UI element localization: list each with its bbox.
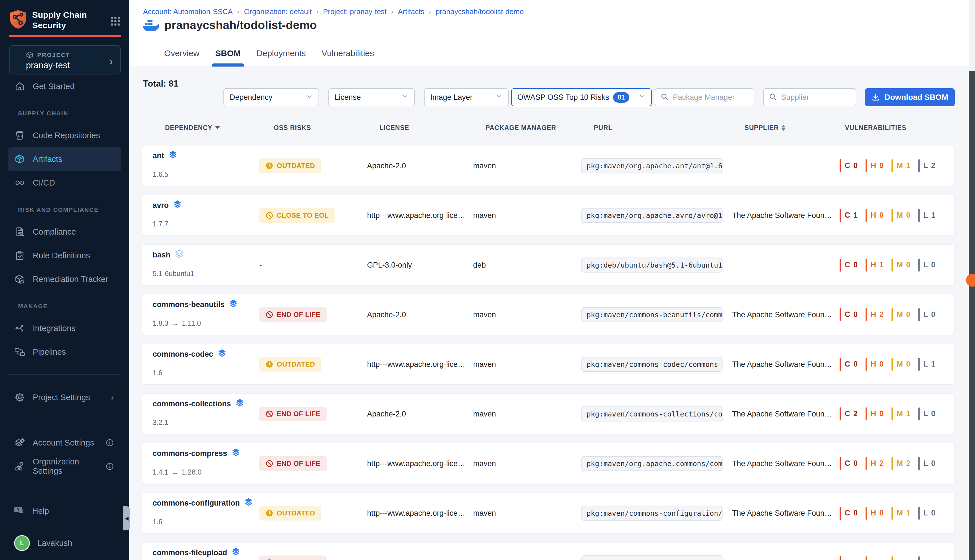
vuln-severity-bar: [892, 358, 893, 371]
vuln-count: H 0: [871, 558, 884, 560]
project-box-icon: [26, 51, 33, 58]
filter-dropdown-image-layer[interactable]: Image Layer: [424, 88, 509, 106]
dependency-row-commons-compress[interactable]: commons-compress1.4.1→1.28.0END OF LIFEh…: [142, 443, 955, 484]
slash-circle-icon: [265, 559, 273, 560]
vuln-severity-bar: [866, 159, 867, 172]
purl-value[interactable]: pkg:maven/commons-beanutils/comm…: [581, 307, 723, 322]
download-sbom-button[interactable]: Download SBOM: [865, 88, 955, 106]
filter-dropdown-license[interactable]: License: [328, 88, 415, 106]
sidebar-item-rule-definitions[interactable]: Rule Definitions: [8, 243, 121, 267]
filter-count-badge: 01: [613, 92, 629, 103]
sidebar-item-code-repositories[interactable]: </>Code Repositories: [8, 123, 121, 147]
sidebar: Supply Chain Security PROJECT pranay-tes…: [0, 0, 129, 560]
chevron-down-icon: [496, 93, 503, 102]
filter-dropdown-dependency[interactable]: Dependency: [224, 88, 319, 106]
clipboard-check-icon: [14, 250, 25, 261]
purl-value[interactable]: pkg:maven/commons-collections/co…: [581, 406, 723, 421]
license-cell: http---www.apache.org-lice…: [367, 459, 465, 468]
sidebar-collapse-handle[interactable]: ◀: [123, 506, 130, 530]
purl-value[interactable]: pkg:maven/org.apache.avro/avro@1…: [581, 208, 723, 223]
dependency-row-avro[interactable]: avro1.7.7CLOSE TO EOLhttp---www.apache.o…: [142, 195, 955, 236]
sidebar-item-ci-cd[interactable]: CI/CD: [8, 171, 121, 195]
breadcrumb-link[interactable]: Account: Automation-SSCA: [143, 7, 233, 16]
column-header-purl[interactable]: PURL: [594, 124, 613, 132]
project-selector[interactable]: PROJECT pranay-test ›: [9, 45, 121, 75]
sidebar-item-account-settings[interactable]: Account Settings: [8, 431, 121, 455]
org-gear-icon: [14, 461, 25, 472]
user-menu[interactable]: L Lavakush: [8, 532, 121, 554]
sidebar-item-artifacts[interactable]: Artifacts: [8, 147, 121, 171]
breadcrumb-link[interactable]: Organization: default: [244, 7, 312, 16]
sidebar-item-integrations[interactable]: Integrations: [8, 317, 121, 340]
chevron-down-icon: [639, 93, 646, 102]
vuln-count: M 2: [897, 459, 911, 468]
tab-deployments[interactable]: Deployments: [255, 48, 307, 67]
filter-dropdown-owasp-oss-top-10-risks[interactable]: OWASP OSS Top 10 Risks01: [511, 88, 652, 106]
column-header-vulnerabilities[interactable]: VULNERABILITIES: [845, 124, 907, 132]
dependency-row-commons-configuration[interactable]: commons-configuration1.6OUTDATEDhttp---w…: [142, 493, 955, 533]
app-grid-icon[interactable]: [110, 17, 120, 26]
purl-value[interactable]: pkg:deb/ubuntu/bash@5.1-6ubuntu1: [581, 257, 723, 272]
column-label: PACKAGE MANAGER: [486, 124, 556, 132]
sidebar-item-pipelines[interactable]: Pipelines: [8, 340, 121, 364]
vuln-count: M 0: [897, 558, 911, 560]
sidebar-item-remediation-tracker[interactable]: Remediation Tracker: [8, 267, 121, 291]
column-label: VULNERABILITIES: [845, 124, 907, 132]
sidebar-section-risk-and-compliance: RISK AND COMPLIANCE: [0, 195, 129, 220]
column-header-package-manager[interactable]: PACKAGE MANAGER: [486, 124, 556, 132]
vuln-count: M 0: [897, 360, 911, 368]
dependency-name: bash: [153, 251, 170, 259]
column-header-license[interactable]: LICENSE: [379, 124, 409, 132]
supplier-cell: The Apache Software Foun…: [732, 360, 831, 368]
dependency-row-commons-fileupload[interactable]: commons-fileuploadEND OF LIFEApache-2.0m…: [142, 542, 955, 560]
supplier-cell: The Apache Software Foun…: [732, 211, 831, 220]
sidebar-item-organization-settings[interactable]: Organization Settings: [8, 455, 121, 478]
dependency-row-ant[interactable]: ant1.6.5OUTDATEDApache-2.0mavenpkg:maven…: [142, 145, 955, 186]
dependency-row-commons-beanutils[interactable]: commons-beanutils1.8.3→1.11.0END OF LIFE…: [142, 294, 955, 335]
vuln-count: L 0: [923, 509, 936, 517]
dependency-row-bash[interactable]: bash5.1-6ubuntu1-GPL-3.0-onlydebpkg:deb/…: [142, 245, 955, 285]
package-manager-search-input[interactable]: [672, 93, 749, 102]
tab-vulnerabilities[interactable]: Vulnerabilities: [321, 48, 375, 67]
purl-value[interactable]: pkg:maven/commons-codec/commons-…: [581, 357, 723, 372]
breadcrumb-link[interactable]: Project: pranay-test: [323, 7, 387, 16]
vuln-critical: C 2: [840, 407, 858, 420]
supplier-search-input[interactable]: [781, 93, 851, 102]
slash-circle-icon: [265, 410, 273, 418]
vuln-high: H 1: [866, 258, 884, 272]
vuln-count: M 1: [897, 410, 911, 418]
sidebar-item-get-started[interactable]: Get Started: [8, 75, 121, 98]
scrollbar-thumb[interactable]: [969, 71, 975, 560]
purl-value[interactable]: pkg:maven/commons-fileupload/co…: [581, 555, 723, 560]
purl-value[interactable]: pkg:maven/commons-configuration/…: [581, 506, 723, 520]
purl-value[interactable]: pkg:maven/org.apache.ant/ant@1.6…: [581, 158, 723, 173]
vuln-low: L 0: [918, 407, 936, 420]
sidebar-item-help[interactable]: ? Help: [8, 500, 121, 522]
dependency-name: commons-codec: [153, 350, 213, 359]
help-chat-icon: ?: [14, 506, 25, 516]
dependency-row-commons-collections[interactable]: commons-collections3.2.1END OF LIFEApach…: [142, 393, 955, 434]
purl-value[interactable]: pkg:maven/org.apache.commons/com…: [581, 456, 723, 471]
tab-overview[interactable]: Overview: [163, 48, 200, 67]
tab-sbom[interactable]: SBOM: [214, 48, 242, 67]
vuln-severity-bar: [918, 209, 920, 222]
supplier-search[interactable]: [763, 88, 856, 106]
supplier-cell: The Apache Software Foun…: [732, 558, 831, 560]
vuln-severity-bar: [840, 407, 841, 420]
package-manager-search[interactable]: [655, 88, 755, 106]
breadcrumb-link[interactable]: Artifacts: [398, 7, 424, 16]
sidebar-item-compliance[interactable]: Compliance: [8, 220, 121, 243]
vuln-count: H 0: [871, 211, 884, 220]
vuln-low: L 1: [918, 209, 936, 222]
column-header-dependency[interactable]: DEPENDENCY: [165, 124, 220, 132]
vuln-count: C 0: [845, 509, 858, 517]
sidebar-item-project-settings[interactable]: Project Settings›: [8, 385, 121, 409]
column-header-supplier[interactable]: SUPPLIER: [745, 124, 785, 132]
vuln-severity-bar: [840, 457, 841, 470]
dependency-row-commons-codec[interactable]: commons-codec1.6OUTDATEDhttp---www.apach…: [142, 344, 955, 385]
oss-risk-badge: END OF LIFE: [259, 456, 327, 471]
column-header-oss-risks[interactable]: OSS RISKS: [274, 124, 311, 132]
tab-label: Vulnerabilities: [322, 48, 374, 58]
dependency-name: avro: [153, 201, 169, 210]
breadcrumb-link[interactable]: pranaycshah/todolist-demo: [436, 7, 524, 16]
